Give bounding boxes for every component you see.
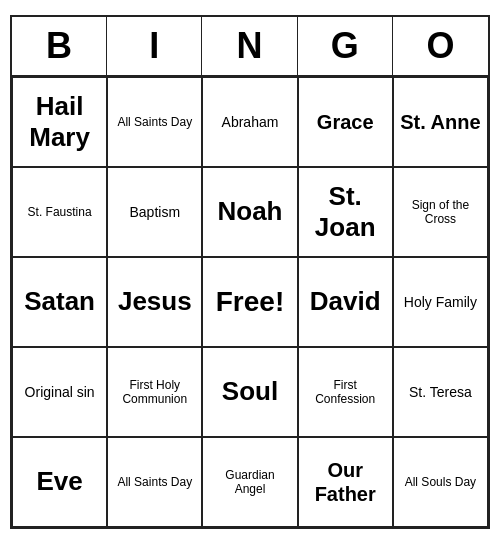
cell-r2-c0: Satan <box>12 257 107 347</box>
header-letter-g: G <box>298 17 393 75</box>
cell-r0-c4: St. Anne <box>393 77 488 167</box>
cell-r2-c2: Free! <box>202 257 297 347</box>
bingo-card: BINGO Hail MaryAll Saints DayAbrahamGrac… <box>10 15 490 529</box>
cell-r3-c4: St. Teresa <box>393 347 488 437</box>
cell-r3-c1: First Holy Communion <box>107 347 202 437</box>
cell-r1-c0: St. Faustina <box>12 167 107 257</box>
header-letter-i: I <box>107 17 202 75</box>
cell-r2-c3: David <box>298 257 393 347</box>
cell-r0-c1: All Saints Day <box>107 77 202 167</box>
bingo-header: BINGO <box>12 17 488 77</box>
header-letter-b: B <box>12 17 107 75</box>
cell-r4-c1: All Saints Day <box>107 437 202 527</box>
cell-r4-c3: Our Father <box>298 437 393 527</box>
header-letter-n: N <box>202 17 297 75</box>
cell-r1-c1: Baptism <box>107 167 202 257</box>
cell-r4-c2: Guardian Angel <box>202 437 297 527</box>
cell-r2-c4: Holy Family <box>393 257 488 347</box>
cell-r1-c2: Noah <box>202 167 297 257</box>
cell-r3-c0: Original sin <box>12 347 107 437</box>
cell-r2-c1: Jesus <box>107 257 202 347</box>
cell-r4-c4: All Souls Day <box>393 437 488 527</box>
cell-r4-c0: Eve <box>12 437 107 527</box>
cell-r1-c4: Sign of the Cross <box>393 167 488 257</box>
cell-r1-c3: St. Joan <box>298 167 393 257</box>
cell-r0-c3: Grace <box>298 77 393 167</box>
cell-r3-c3: First Confession <box>298 347 393 437</box>
bingo-grid: Hail MaryAll Saints DayAbrahamGraceSt. A… <box>12 77 488 527</box>
cell-r3-c2: Soul <box>202 347 297 437</box>
cell-r0-c2: Abraham <box>202 77 297 167</box>
cell-r0-c0: Hail Mary <box>12 77 107 167</box>
header-letter-o: O <box>393 17 488 75</box>
